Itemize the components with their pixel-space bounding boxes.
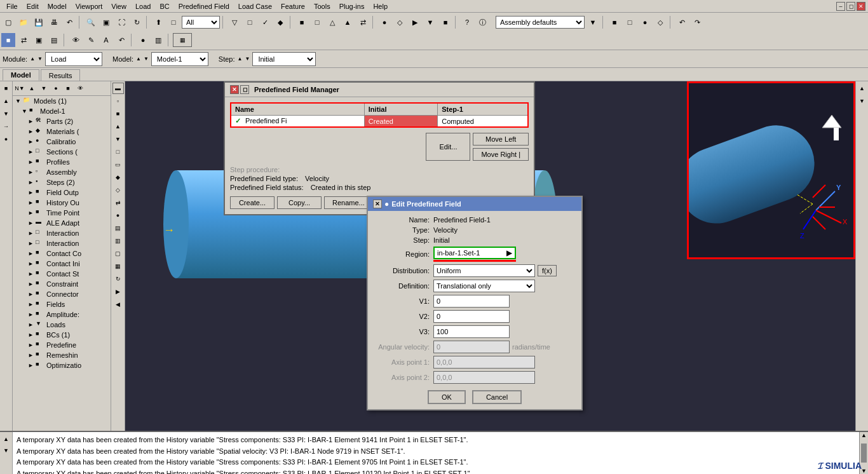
epf-definition-select[interactable]: Translational only bbox=[433, 280, 535, 292]
tool10-icon[interactable]: ■ bbox=[438, 15, 452, 29]
rs-icon12[interactable]: ▤ bbox=[112, 222, 124, 234]
expand-loads[interactable]: ► bbox=[28, 322, 34, 328]
step-down-icon[interactable]: ▼ bbox=[245, 56, 250, 62]
epf-v2-input[interactable] bbox=[433, 310, 510, 323]
pfm-restore-icon[interactable]: ◻ bbox=[240, 85, 249, 94]
expand-interaction1[interactable]: ► bbox=[28, 230, 34, 236]
expand-bcs[interactable]: ► bbox=[28, 332, 34, 338]
vp1-icon[interactable]: ■ bbox=[1, 33, 15, 47]
left-icon-4[interactable]: → bbox=[1, 121, 12, 132]
tree-item-steps[interactable]: ► ▪ Steps (2) bbox=[13, 177, 111, 187]
tree-item-contactco[interactable]: ► ■ Contact Co bbox=[13, 248, 111, 259]
display-group-icon[interactable]: ▦ bbox=[173, 33, 192, 47]
menu-load[interactable]: Load bbox=[132, 1, 154, 11]
zoom-icon[interactable]: 🔍 bbox=[84, 15, 98, 29]
expand-predefined[interactable]: ► bbox=[28, 342, 34, 348]
tree-item-interaction2[interactable]: ► □ Interaction bbox=[13, 238, 111, 248]
tool4-icon[interactable]: ▲ bbox=[341, 15, 355, 29]
vp4-icon[interactable]: ▤ bbox=[47, 33, 61, 47]
mesh-icon[interactable]: □ bbox=[243, 15, 257, 29]
expand-sections[interactable]: ► bbox=[28, 149, 34, 155]
expand-model1[interactable]: ▼ bbox=[22, 108, 28, 114]
tree-item-optimization[interactable]: ► ■ Optimizatio bbox=[13, 360, 111, 370]
tool7-icon[interactable]: ◇ bbox=[393, 15, 407, 29]
render4-icon[interactable]: ◇ bbox=[653, 15, 667, 29]
menu-load-case[interactable]: Load Case bbox=[234, 1, 276, 11]
tab-results[interactable]: Results bbox=[41, 69, 81, 81]
tool2-icon[interactable]: □ bbox=[310, 15, 324, 29]
query-icon[interactable]: ? bbox=[460, 15, 474, 29]
fr-icon2[interactable]: ▼ bbox=[857, 95, 868, 107]
fr-icon1[interactable]: ▲ bbox=[857, 83, 868, 94]
expand-contactco[interactable]: ► bbox=[28, 250, 34, 257]
pfm-close-icon[interactable]: ✕ bbox=[230, 85, 239, 94]
left-icon-3[interactable]: ▼ bbox=[1, 108, 12, 119]
epf-cancel-btn[interactable]: Cancel bbox=[472, 390, 522, 404]
menu-predefined-field[interactable]: Predefined Field bbox=[175, 1, 233, 11]
rs-icon6[interactable]: □ bbox=[112, 146, 124, 158]
tree-item-historyoutput[interactable]: ► ■ History Ou bbox=[13, 198, 111, 208]
tree-item-sections[interactable]: ► □ Sections ( bbox=[13, 147, 111, 157]
tree-item-contactini[interactable]: ► ■ Contact Ini bbox=[13, 259, 111, 269]
menu-viewport[interactable]: Viewport bbox=[72, 1, 107, 11]
rs-icon8[interactable]: ◆ bbox=[112, 172, 124, 183]
pfm-move-right-btn[interactable]: Move Right | bbox=[473, 148, 529, 161]
render2-icon[interactable]: □ bbox=[623, 15, 637, 29]
tree-item-fieldoutput[interactable]: ► ■ Field Outp bbox=[13, 187, 111, 198]
text-icon[interactable]: A bbox=[99, 33, 113, 47]
rs-icon2[interactable]: ▫ bbox=[112, 95, 124, 107]
epf-v1-input[interactable] bbox=[433, 295, 510, 308]
sb-icon1[interactable]: ▲ bbox=[1, 433, 12, 445]
tool3-icon[interactable]: △ bbox=[325, 15, 339, 29]
epf-ok-btn[interactable]: OK bbox=[428, 390, 466, 404]
expand-materials[interactable]: ► bbox=[28, 128, 34, 135]
render3-icon[interactable]: ● bbox=[638, 15, 652, 29]
rs-icon7[interactable]: ▭ bbox=[112, 159, 124, 170]
menu-feature[interactable]: Feature bbox=[277, 1, 309, 11]
epf-title-close-icon[interactable]: ✕ bbox=[373, 200, 382, 208]
expand-fields[interactable]: ► bbox=[28, 301, 34, 308]
table-row[interactable]: ✓ Predefined Fi Created Computed bbox=[231, 116, 528, 128]
rotate-icon[interactable]: ↻ bbox=[130, 15, 144, 29]
epf-dialog-title[interactable]: ✕ ● Edit Predefined Field bbox=[368, 197, 581, 211]
new-icon[interactable]: ▢ bbox=[1, 15, 15, 29]
sidebar-icon-2[interactable]: ▼ bbox=[38, 83, 50, 94]
tool6-icon[interactable]: ● bbox=[377, 15, 391, 29]
pfm-create-btn[interactable]: Create... bbox=[230, 196, 275, 209]
mesh-controls-icon[interactable]: ◆ bbox=[273, 15, 287, 29]
sb-scroll-up[interactable]: ▲ bbox=[860, 432, 868, 438]
vp-tool2[interactable]: ▥ bbox=[151, 33, 165, 47]
rs-icon1[interactable]: ▬ bbox=[112, 83, 124, 94]
expand-connector[interactable]: ► bbox=[28, 291, 34, 297]
module-up-icon[interactable]: ▲ bbox=[30, 56, 35, 62]
tool1-icon[interactable]: ■ bbox=[295, 15, 309, 29]
rs-icon18[interactable]: ◀ bbox=[112, 299, 124, 310]
expand-calibration[interactable]: ► bbox=[28, 139, 34, 145]
sb-scroll-thumb[interactable] bbox=[861, 444, 867, 463]
pfm-rename-btn[interactable]: Rename... bbox=[324, 196, 373, 209]
expand-historyoutput[interactable]: ► bbox=[28, 200, 34, 206]
viewport[interactable]: → Y Z X bbox=[125, 81, 855, 437]
menu-plugins[interactable]: Plug-ins bbox=[336, 1, 369, 11]
left-icon-2[interactable]: ▲ bbox=[1, 95, 12, 107]
verify-icon[interactable]: ✓ bbox=[258, 15, 272, 29]
expand-fieldoutput[interactable]: ► bbox=[28, 189, 34, 196]
menu-bc[interactable]: BC bbox=[156, 1, 173, 11]
tool8-icon[interactable]: ▶ bbox=[408, 15, 422, 29]
tree-item-interaction1[interactable]: ► □ Interaction bbox=[13, 228, 111, 238]
tree-item-parts[interactable]: ► 🛠 Parts (2) bbox=[13, 116, 111, 126]
tree-item-timepoints[interactable]: ► ■ Time Point bbox=[13, 208, 111, 218]
step-up-icon[interactable]: ▲ bbox=[238, 56, 243, 62]
sidebar-icon-5[interactable]: 👁 bbox=[74, 83, 86, 94]
vp3-icon[interactable]: ▣ bbox=[32, 33, 46, 47]
sidebar-icon-1[interactable]: ▲ bbox=[26, 83, 37, 94]
tree-item-model1[interactable]: ▼ ■ Model-1 bbox=[13, 106, 111, 116]
assembly-defaults-dropdown[interactable]: Assembly defaults bbox=[496, 16, 585, 29]
tree-item-remeshing[interactable]: ► ■ Remeshin bbox=[13, 350, 111, 360]
win-restore[interactable]: ◻ bbox=[846, 2, 855, 11]
expand-amplitudes[interactable]: ► bbox=[28, 311, 34, 318]
expand-contactst[interactable]: ► bbox=[28, 271, 34, 277]
vp-tool1[interactable]: ● bbox=[136, 33, 150, 47]
left-icon-5[interactable]: ● bbox=[1, 133, 12, 145]
model-up-icon[interactable]: ▲ bbox=[136, 56, 141, 62]
